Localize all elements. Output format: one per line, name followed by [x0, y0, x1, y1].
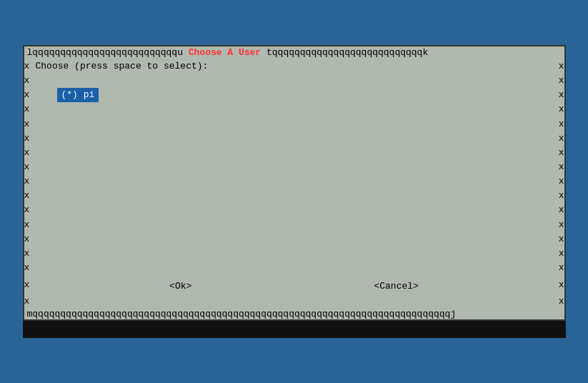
empty-row-8: x x — [24, 189, 564, 203]
border-top-left: lqqqqqqqqqqqqqqqqqqqqqqqqqqu — [27, 46, 183, 59]
taskbar — [23, 321, 566, 338]
empty-row-5: x x — [24, 146, 564, 160]
empty-row-2: x x — [24, 102, 564, 116]
dialog-title: Choose A User — [189, 46, 261, 59]
border-bottom: mqqqqqqqqqqqqqqqqqqqqqqqqqqqqqqqqqqqqqqq… — [27, 309, 457, 319]
empty-row-11: x x — [24, 232, 564, 247]
dialog-bottom-border: mqqqqqqqqqqqqqqqqqqqqqqqqqqqqqqqqqqqqqqq… — [24, 309, 564, 319]
empty-row-1: x x — [24, 74, 564, 88]
terminal-dialog: lqqqqqqqqqqqqqqqqqqqqqqqqqqu Choose A Us… — [23, 45, 566, 321]
empty-row-3: x x — [24, 117, 564, 131]
empty-row-7: x x — [24, 174, 564, 189]
left-marker: x — [24, 59, 36, 74]
dialog-top-border: lqqqqqqqqqqqqqqqqqqqqqqqqqqu Choose A Us… — [24, 46, 564, 59]
empty-row-6: x x — [24, 160, 564, 174]
selected-item-row[interactable]: x (*) pi x — [24, 88, 564, 102]
empty-row-4: x x — [24, 131, 564, 146]
empty-row-13: x x — [24, 261, 564, 275]
border-top-right: tqqqqqqqqqqqqqqqqqqqqqqqqqqqk — [266, 46, 428, 59]
subtitle-row: x Choose (press space to select): x — [24, 59, 564, 74]
empty-row-12: x x — [24, 247, 564, 261]
user-option-pi[interactable]: (*) pi — [57, 88, 99, 102]
cancel-button[interactable]: <Cancel> — [367, 281, 425, 292]
empty-row-9: x x — [24, 203, 564, 217]
right-marker: x — [553, 59, 564, 74]
empty-row-10: x x — [24, 218, 564, 232]
button-row: x <Ok> <Cancel> x — [24, 275, 564, 294]
empty-row-last: x x — [24, 294, 564, 309]
subtitle-text: Choose (press space to select): — [36, 59, 553, 74]
ok-button[interactable]: <Ok> — [162, 281, 199, 292]
